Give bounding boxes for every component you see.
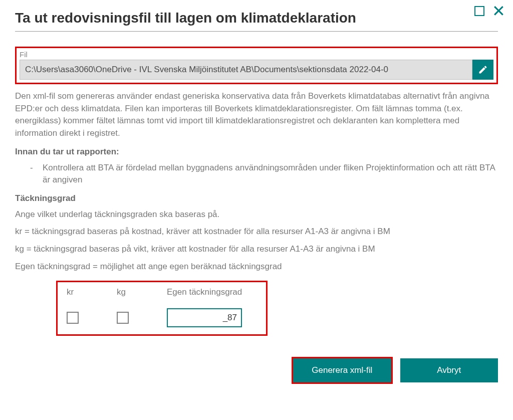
before-report-heading: Innan du tar ut rapporten: [15, 147, 498, 157]
kg-checkbox[interactable] [117, 312, 129, 324]
maximize-icon[interactable] [474, 6, 484, 16]
description-text: Den xml-fil som genereras använder endas… [15, 90, 498, 140]
kg-label: kg [117, 287, 126, 297]
egen-input[interactable] [167, 308, 242, 327]
coverage-kg-desc: kg = täckningsgrad baseras på vikt, kräv… [15, 243, 498, 256]
file-section-highlight: Fil [15, 47, 498, 84]
file-path-input[interactable] [20, 60, 472, 80]
dialog-title: Ta ut redovisningsfil till lagen om klim… [15, 10, 498, 32]
generate-button[interactable]: Generera xml-fil [293, 358, 391, 382]
edit-file-button[interactable] [472, 60, 493, 80]
cancel-button[interactable]: Avbryt [400, 358, 498, 382]
coverage-egen-desc: Egen täckningsgrad = möjlighet att ange … [15, 261, 498, 273]
pencil-icon [478, 65, 488, 75]
coverage-heading: Täckningsgrad [15, 193, 498, 203]
before-report-bullet: Kontrollera att BTA är fördelad mellan b… [43, 162, 498, 186]
coverage-input-highlight: kr kg Egen täckningsgrad [56, 281, 268, 336]
kr-checkbox[interactable] [67, 312, 79, 324]
file-label: Fil [20, 50, 493, 59]
close-icon[interactable]: ✕ [492, 6, 505, 16]
window-controls: ✕ [474, 6, 505, 16]
coverage-intro: Ange vilket underlag täckningsgraden ska… [15, 208, 498, 221]
coverage-kr-desc: kr = täckningsgrad baseras på kostnad, k… [15, 226, 498, 238]
egen-label: Egen täckningsgrad [167, 287, 242, 297]
kr-label: kr [67, 287, 74, 297]
